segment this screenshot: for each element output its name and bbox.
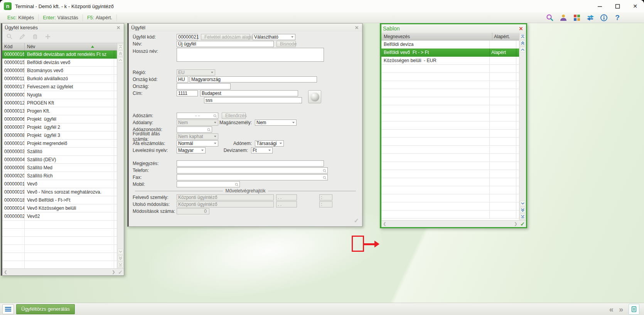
scroll-page-down-button[interactable] — [520, 207, 526, 213]
mobile-field[interactable] — [177, 181, 240, 187]
help-icon[interactable]: ? — [613, 13, 622, 22]
vat-accounting-dropdown[interactable]: Normál — [177, 140, 218, 147]
close-panel-button[interactable]: ✕ — [115, 25, 121, 31]
swap-arrows-icon[interactable] — [586, 13, 595, 22]
user-icon[interactable] — [559, 13, 568, 22]
delete-trash-icon — [32, 33, 39, 40]
field-label: Mobil: — [133, 182, 177, 187]
close-panel-button[interactable]: ✕ — [354, 25, 360, 31]
table-row[interactable]: 00000009Szállító Med — [2, 164, 117, 172]
column-header-default[interactable]: Alapért. — [492, 33, 519, 40]
table-row[interactable]: 00000016Belföldi devizában adott rendelé… — [2, 51, 117, 59]
maximize-button[interactable] — [609, 0, 626, 12]
table-row[interactable]: 00000020Szállító Rich — [2, 172, 117, 180]
shortcut-f5[interactable]: F5: Alapért. — [83, 14, 117, 21]
empty-row — [381, 211, 519, 219]
column-header-code[interactable]: Kód — [2, 43, 25, 50]
shortcut-enter[interactable]: Enter: Választás — [39, 14, 83, 21]
country-code-field[interactable]: HU — [177, 76, 188, 83]
field-label: Fax: — [133, 175, 177, 180]
scrollbar-track[interactable] — [388, 221, 513, 227]
table-row[interactable]: 00000004Szállító (DEV) — [2, 156, 117, 164]
selectable-dropdown[interactable]: Választható — [253, 34, 295, 40]
next-task-button[interactable]: » — [619, 305, 623, 313]
table-row[interactable]: 00000001Vevő — [2, 180, 117, 188]
previous-task-button[interactable]: « — [609, 305, 614, 313]
table-row[interactable]: 00000010Projekt megrendelő — [2, 140, 117, 148]
table-row[interactable]: 00000008Projekt ügyfél 3 — [2, 131, 117, 140]
column-header-name[interactable]: Név — [25, 43, 117, 50]
horizontal-scrollbar[interactable]: ❮ ❯ ✓ — [2, 268, 124, 275]
main-menu-button[interactable] — [2, 304, 14, 314]
country-field[interactable] — [177, 83, 231, 89]
task-list-button[interactable] — [629, 304, 639, 315]
fax-field[interactable] — [177, 174, 328, 180]
table-row[interactable]: 00000012PROGEN Kft — [2, 99, 117, 107]
empty-row — [381, 202, 519, 211]
private-person-dropdown[interactable]: Nem — [255, 120, 297, 126]
comment-field[interactable] — [177, 160, 324, 167]
confirm-check-icon: ✓ — [117, 269, 124, 275]
currency-dropdown[interactable]: Ft — [251, 147, 273, 153]
scroll-to-bottom-button[interactable] — [520, 214, 526, 219]
vertical-scrollbar[interactable] — [519, 33, 526, 220]
table-row[interactable]: 00000002Vevő2 — [2, 212, 117, 221]
active-task-button[interactable]: Ügyféltörzs generálás — [16, 304, 75, 314]
modules-grid-icon[interactable] — [573, 13, 581, 22]
scroll-down-button — [118, 249, 123, 254]
table-row[interactable]: Belföldi deviza — [381, 40, 519, 49]
scroll-down-button[interactable] — [520, 200, 526, 206]
table-row[interactable]: 00000015Belföldi devizás vevő — [2, 59, 117, 67]
minimize-button[interactable] — [591, 0, 609, 12]
close-button[interactable]: ✕ — [626, 0, 644, 12]
table-row[interactable]: 00000011Burkoló alvállalkozó — [2, 75, 117, 83]
shortcut-esc[interactable]: Esc: Kilépés — [3, 14, 39, 21]
customer-name-field[interactable]: Új ügyfél — [177, 41, 274, 47]
country-name-field[interactable]: Magyarország — [190, 76, 317, 83]
select-template-check-icon[interactable]: ✓ — [519, 221, 526, 227]
table-row[interactable]: 00000000Nyugta — [2, 91, 117, 99]
info-icon[interactable] — [600, 13, 608, 22]
tax-type-dropdown[interactable]: Társasági — [255, 140, 284, 147]
table-row[interactable]: 00000005Bizományos vevő — [2, 67, 117, 75]
shortcut-label: Alapért. — [96, 15, 112, 20]
search-icon[interactable] — [546, 13, 554, 22]
street-field[interactable]: sss — [204, 97, 302, 103]
phone-field[interactable] — [177, 167, 328, 174]
table-row[interactable]: 00000018Vevő Belföldi - Ft->Ft — [2, 196, 117, 204]
table-row[interactable]: 00000013Progen Kft. — [2, 107, 117, 115]
horizontal-scrollbar[interactable]: ❮ ❯ ✓ — [381, 220, 526, 227]
empty-row — [2, 261, 117, 268]
scroll-page-up-button[interactable] — [520, 40, 526, 46]
city-field[interactable]: Budapest — [200, 90, 298, 96]
field-label: Fordított áfás számla: — [133, 131, 177, 142]
mail-language-dropdown[interactable]: Magyar — [177, 147, 206, 153]
table-row[interactable]: 00000017Felveszem az ügyfelet — [2, 83, 117, 91]
empty-row — [381, 146, 519, 154]
table-row[interactable]: 00000003Szállító — [2, 148, 117, 156]
tax-id-field[interactable] — [177, 126, 212, 133]
tax-number-field[interactable]: - - — [177, 113, 218, 119]
app-window: n Terminal - Demó kft. - k - Központi üg… — [0, 0, 644, 315]
table-row[interactable]: 00000006Projekt ügyfél — [2, 115, 117, 123]
scroll-to-top-button[interactable] — [520, 34, 526, 39]
scroll-left-button[interactable]: ❮ — [381, 221, 388, 227]
vertical-scrollbar[interactable] — [117, 43, 124, 268]
search-icon — [213, 114, 217, 118]
empty-row — [2, 221, 117, 229]
column-header-name[interactable]: Megnevezés — [381, 33, 492, 40]
customer-code-field[interactable]: 00000021 — [177, 34, 198, 40]
zip-field[interactable]: 1111 — [177, 90, 198, 96]
field-label: Áfa elszámolás: — [133, 141, 177, 146]
field-label: Régió: — [133, 70, 177, 75]
long-name-field[interactable] — [177, 48, 324, 62]
table-row[interactable]: 00000007Projekt ügyfél 2 — [2, 123, 117, 131]
table-row[interactable]: Belföldi vevő Ft - > FtAlapért — [381, 49, 519, 57]
table-row[interactable]: 00000014Vevő Közösségen belüli — [2, 204, 117, 212]
map-globe-button[interactable] — [308, 90, 321, 103]
scroll-up-button[interactable] — [520, 47, 526, 52]
scroll-right-button[interactable]: ❯ — [513, 221, 519, 227]
table-row[interactable]: 00000019Vevő - Nincs sorozat meghatározv… — [2, 188, 117, 196]
close-panel-button[interactable]: ✕ — [518, 25, 524, 32]
table-row[interactable]: Közösségen belüli - EUR — [381, 57, 519, 65]
